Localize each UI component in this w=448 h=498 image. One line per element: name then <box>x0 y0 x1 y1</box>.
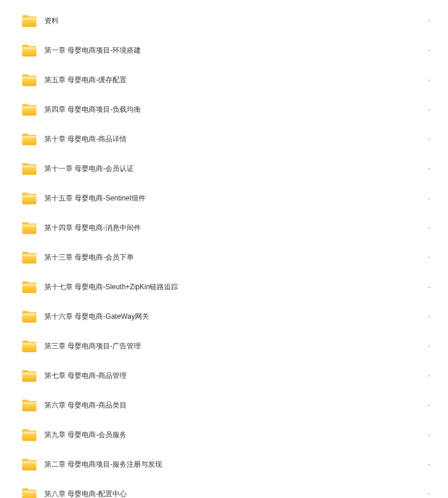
svg-rect-11 <box>22 165 36 167</box>
folder-row[interactable]: 第二章 母婴电商项目-服务注册与发现- <box>0 450 448 479</box>
svg-rect-29 <box>22 431 36 434</box>
folder-row[interactable]: 第一章 母婴电商项目-环境搭建- <box>0 35 448 65</box>
folder-name: 第十三章 母婴电商-会员下单 <box>44 253 422 263</box>
folder-icon <box>22 370 37 382</box>
svg-rect-5 <box>22 76 36 79</box>
folder-icon <box>22 429 37 441</box>
folder-icon <box>22 251 37 264</box>
svg-rect-15 <box>22 224 36 227</box>
folder-size: - <box>428 460 430 468</box>
folder-row[interactable]: 第十三章 母婴电商-会员下单- <box>0 242 448 272</box>
folder-size: - <box>428 342 430 350</box>
folder-name: 第七章 母婴电商-商品管理 <box>44 371 422 381</box>
folder-name: 第三章 母婴电商项目-广告管理 <box>44 341 422 351</box>
folder-icon <box>22 281 37 293</box>
folder-name: 第五章 母婴电商-缓存配置 <box>44 75 422 85</box>
folder-name: 第十一章 母婴电商-会员认证 <box>44 164 422 174</box>
svg-rect-33 <box>22 490 36 493</box>
folder-row[interactable]: 第七章 母婴电商-商品管理- <box>0 361 448 390</box>
folder-name: 第十七章 母婴电商-Sleuth+ZipKin链路追踪 <box>44 282 422 292</box>
folder-icon <box>22 133 37 145</box>
folder-row[interactable]: 第五章 母婴电商-缓存配置- <box>0 65 448 95</box>
folder-icon <box>22 488 37 499</box>
folder-row[interactable]: 第十一章 母婴电商-会员认证- <box>0 154 448 183</box>
folder-icon <box>22 340 37 353</box>
folder-name: 第十五章 母婴电商-Sentinel组件 <box>44 193 422 203</box>
folder-row[interactable]: 第九章 母婴电商-会员服务- <box>0 420 448 450</box>
folder-size: - <box>428 283 430 291</box>
folder-row[interactable]: 第十章 母婴电商-商品详情- <box>0 124 448 154</box>
svg-rect-17 <box>22 254 36 256</box>
folder-list: 资料- 第一章 母婴电商项目-环境搭建- 第五章 母婴电商-缓存配置- <box>0 0 448 498</box>
folder-icon <box>22 15 37 27</box>
folder-row[interactable]: 第十五章 母婴电商-Sentinel组件- <box>0 183 448 213</box>
folder-row[interactable]: 第六章 母婴电商-商品类目- <box>0 390 448 420</box>
folder-size: - <box>428 253 430 261</box>
folder-row[interactable]: 第十七章 母婴电商-Sleuth+ZipKin链路追踪- <box>0 272 448 302</box>
folder-row[interactable]: 第十六章 母婴电商-GateWay网关- <box>0 302 448 331</box>
folder-row[interactable]: 第三章 母婴电商项目-广告管理- <box>0 331 448 361</box>
folder-icon <box>22 399 37 412</box>
svg-rect-13 <box>22 195 36 197</box>
folder-icon <box>22 104 37 116</box>
folder-icon <box>22 44 37 57</box>
folder-size: - <box>428 46 430 54</box>
folder-icon <box>22 163 37 175</box>
svg-rect-7 <box>22 106 36 108</box>
folder-size: - <box>428 76 430 84</box>
svg-rect-25 <box>22 372 36 374</box>
folder-size: - <box>428 371 430 380</box>
folder-row[interactable]: 第四章 母婴电商项目-负载均衡- <box>0 95 448 124</box>
folder-row[interactable]: 第八章 母婴电商-配置中心- <box>0 479 448 498</box>
svg-rect-21 <box>22 313 36 315</box>
folder-size: - <box>428 431 430 439</box>
folder-icon <box>22 74 37 86</box>
folder-name: 第十章 母婴电商-商品详情 <box>44 134 422 144</box>
folder-icon <box>22 192 37 205</box>
folder-name: 第九章 母婴电商-会员服务 <box>44 430 422 440</box>
folder-size: - <box>428 490 430 498</box>
folder-size: - <box>428 17 430 25</box>
svg-rect-31 <box>22 461 36 463</box>
folder-icon <box>22 458 37 471</box>
folder-name: 第二章 母婴电商项目-服务注册与发现 <box>44 460 422 470</box>
folder-name: 第一章 母婴电商项目-环境搭建 <box>44 46 422 56</box>
folder-name: 第十四章 母婴电商-消息中间件 <box>44 223 422 233</box>
svg-rect-27 <box>22 402 36 404</box>
svg-rect-23 <box>22 342 36 345</box>
folder-name: 资料 <box>44 16 422 26</box>
svg-rect-9 <box>22 135 36 138</box>
folder-size: - <box>428 224 430 232</box>
folder-name: 第四章 母婴电商项目-负载均衡 <box>44 105 422 115</box>
folder-row[interactable]: 资料- <box>0 6 448 35</box>
svg-rect-19 <box>22 283 36 286</box>
folder-size: - <box>428 135 430 143</box>
folder-row[interactable]: 第十四章 母婴电商-消息中间件- <box>0 213 448 242</box>
folder-size: - <box>428 401 430 409</box>
folder-size: - <box>428 105 430 114</box>
folder-name: 第十六章 母婴电商-GateWay网关 <box>44 312 422 322</box>
folder-name: 第六章 母婴电商-商品类目 <box>44 400 422 410</box>
folder-name: 第八章 母婴电商-配置中心 <box>44 489 422 499</box>
folder-icon <box>22 311 37 323</box>
svg-rect-1 <box>22 17 36 20</box>
folder-size: - <box>428 312 430 321</box>
folder-icon <box>22 222 37 234</box>
folder-size: - <box>428 164 430 173</box>
folder-size: - <box>428 194 430 202</box>
svg-rect-3 <box>22 47 36 49</box>
